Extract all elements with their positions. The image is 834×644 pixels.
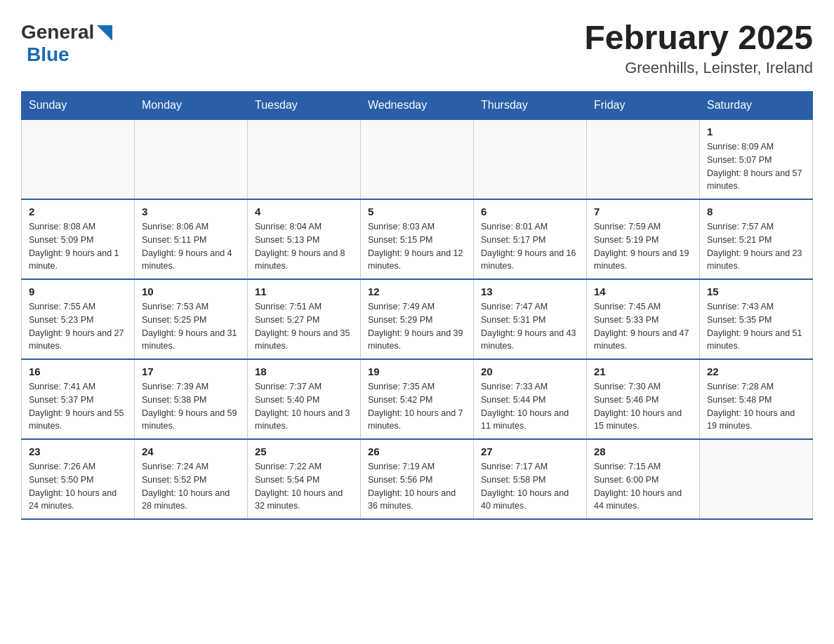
day-info: Sunrise: 7:41 AMSunset: 5:37 PMDaylight:… — [29, 380, 127, 433]
logo-blue-text: Blue — [27, 43, 70, 65]
day-number: 26 — [368, 445, 466, 457]
day-number: 13 — [481, 286, 579, 297]
day-number: 22 — [707, 365, 805, 377]
calendar-header-row: Sunday Monday Tuesday Wednesday Thursday… — [22, 92, 813, 120]
day-info: Sunrise: 7:51 AMSunset: 5:27 PMDaylight:… — [255, 300, 353, 353]
day-number: 2 — [29, 206, 127, 217]
day-number: 23 — [29, 445, 127, 457]
table-row — [22, 119, 135, 199]
table-row: 2 Sunrise: 8:08 AMSunset: 5:09 PMDayligh… — [22, 199, 135, 279]
day-number: 11 — [255, 286, 353, 297]
col-wednesday: Wednesday — [361, 92, 474, 120]
col-friday: Friday — [587, 92, 700, 120]
table-row: 6 Sunrise: 8:01 AMSunset: 5:17 PMDayligh… — [474, 199, 587, 279]
day-info: Sunrise: 7:35 AMSunset: 5:42 PMDaylight:… — [368, 380, 466, 433]
day-info: Sunrise: 7:24 AMSunset: 5:52 PMDaylight:… — [142, 460, 240, 513]
day-info: Sunrise: 7:55 AMSunset: 5:23 PMDaylight:… — [29, 300, 127, 353]
page-header: General Blue February 2025 Greenhills, L… — [21, 21, 813, 77]
table-row: 24 Sunrise: 7:24 AMSunset: 5:52 PMDaylig… — [135, 439, 248, 519]
table-row: 9 Sunrise: 7:55 AMSunset: 5:23 PMDayligh… — [22, 279, 135, 359]
table-row: 10 Sunrise: 7:53 AMSunset: 5:25 PMDaylig… — [135, 279, 248, 359]
day-number: 7 — [594, 206, 692, 217]
day-info: Sunrise: 7:57 AMSunset: 5:21 PMDaylight:… — [707, 220, 805, 273]
col-tuesday: Tuesday — [248, 92, 361, 120]
day-info: Sunrise: 7:17 AMSunset: 5:58 PMDaylight:… — [481, 460, 579, 513]
day-number: 5 — [368, 206, 466, 217]
day-number: 21 — [594, 365, 692, 377]
month-year-title: February 2025 — [584, 21, 813, 55]
logo-triangle-icon — [97, 25, 112, 41]
day-info: Sunrise: 8:09 AMSunset: 5:07 PMDaylight:… — [707, 140, 805, 193]
day-info: Sunrise: 7:30 AMSunset: 5:46 PMDaylight:… — [594, 380, 692, 433]
day-number: 18 — [255, 365, 353, 377]
day-info: Sunrise: 7:28 AMSunset: 5:48 PMDaylight:… — [707, 380, 805, 433]
calendar-week-row: 16 Sunrise: 7:41 AMSunset: 5:37 PMDaylig… — [22, 359, 813, 439]
logo: General Blue — [21, 21, 112, 66]
day-info: Sunrise: 7:33 AMSunset: 5:44 PMDaylight:… — [481, 380, 579, 433]
table-row — [474, 119, 587, 199]
table-row: 18 Sunrise: 7:37 AMSunset: 5:40 PMDaylig… — [248, 359, 361, 439]
day-info: Sunrise: 7:43 AMSunset: 5:35 PMDaylight:… — [707, 300, 805, 353]
table-row — [135, 119, 248, 199]
table-row — [248, 119, 361, 199]
day-number: 27 — [481, 445, 579, 457]
day-info: Sunrise: 7:26 AMSunset: 5:50 PMDaylight:… — [29, 460, 127, 513]
day-number: 12 — [368, 286, 466, 297]
day-number: 8 — [707, 206, 805, 217]
day-info: Sunrise: 7:15 AMSunset: 6:00 PMDaylight:… — [594, 460, 692, 513]
day-info: Sunrise: 7:22 AMSunset: 5:54 PMDaylight:… — [255, 460, 353, 513]
day-info: Sunrise: 7:49 AMSunset: 5:29 PMDaylight:… — [368, 300, 466, 353]
table-row: 27 Sunrise: 7:17 AMSunset: 5:58 PMDaylig… — [474, 439, 587, 519]
table-row: 8 Sunrise: 7:57 AMSunset: 5:21 PMDayligh… — [700, 199, 813, 279]
calendar-week-row: 2 Sunrise: 8:08 AMSunset: 5:09 PMDayligh… — [22, 199, 813, 279]
table-row: 23 Sunrise: 7:26 AMSunset: 5:50 PMDaylig… — [22, 439, 135, 519]
table-row: 3 Sunrise: 8:06 AMSunset: 5:11 PMDayligh… — [135, 199, 248, 279]
svg-marker-0 — [97, 25, 112, 41]
day-info: Sunrise: 7:47 AMSunset: 5:31 PMDaylight:… — [481, 300, 579, 353]
table-row: 21 Sunrise: 7:30 AMSunset: 5:46 PMDaylig… — [587, 359, 700, 439]
day-number: 9 — [29, 286, 127, 297]
table-row — [700, 439, 813, 519]
table-row: 25 Sunrise: 7:22 AMSunset: 5:54 PMDaylig… — [248, 439, 361, 519]
day-info: Sunrise: 8:06 AMSunset: 5:11 PMDaylight:… — [142, 220, 240, 273]
table-row: 11 Sunrise: 7:51 AMSunset: 5:27 PMDaylig… — [248, 279, 361, 359]
day-number: 17 — [142, 365, 240, 377]
col-sunday: Sunday — [22, 92, 135, 120]
day-info: Sunrise: 7:59 AMSunset: 5:19 PMDaylight:… — [594, 220, 692, 273]
day-number: 1 — [707, 126, 805, 137]
day-info: Sunrise: 7:19 AMSunset: 5:56 PMDaylight:… — [368, 460, 466, 513]
table-row: 5 Sunrise: 8:03 AMSunset: 5:15 PMDayligh… — [361, 199, 474, 279]
calendar-table: Sunday Monday Tuesday Wednesday Thursday… — [21, 91, 813, 520]
table-row — [587, 119, 700, 199]
table-row: 16 Sunrise: 7:41 AMSunset: 5:37 PMDaylig… — [22, 359, 135, 439]
day-number: 25 — [255, 445, 353, 457]
col-monday: Monday — [135, 92, 248, 120]
col-thursday: Thursday — [474, 92, 587, 120]
table-row: 1 Sunrise: 8:09 AMSunset: 5:07 PMDayligh… — [700, 119, 813, 199]
calendar-week-row: 9 Sunrise: 7:55 AMSunset: 5:23 PMDayligh… — [22, 279, 813, 359]
title-block: February 2025 Greenhills, Leinster, Irel… — [584, 21, 813, 77]
table-row: 14 Sunrise: 7:45 AMSunset: 5:33 PMDaylig… — [587, 279, 700, 359]
table-row: 7 Sunrise: 7:59 AMSunset: 5:19 PMDayligh… — [587, 199, 700, 279]
table-row: 20 Sunrise: 7:33 AMSunset: 5:44 PMDaylig… — [474, 359, 587, 439]
calendar-week-row: 23 Sunrise: 7:26 AMSunset: 5:50 PMDaylig… — [22, 439, 813, 519]
table-row: 13 Sunrise: 7:47 AMSunset: 5:31 PMDaylig… — [474, 279, 587, 359]
table-row: 26 Sunrise: 7:19 AMSunset: 5:56 PMDaylig… — [361, 439, 474, 519]
table-row: 28 Sunrise: 7:15 AMSunset: 6:00 PMDaylig… — [587, 439, 700, 519]
day-info: Sunrise: 8:01 AMSunset: 5:17 PMDaylight:… — [481, 220, 579, 273]
day-number: 28 — [594, 445, 692, 457]
table-row: 12 Sunrise: 7:49 AMSunset: 5:29 PMDaylig… — [361, 279, 474, 359]
day-info: Sunrise: 7:37 AMSunset: 5:40 PMDaylight:… — [255, 380, 353, 433]
col-saturday: Saturday — [700, 92, 813, 120]
table-row: 22 Sunrise: 7:28 AMSunset: 5:48 PMDaylig… — [700, 359, 813, 439]
day-number: 16 — [29, 365, 127, 377]
location-subtitle: Greenhills, Leinster, Ireland — [584, 59, 813, 77]
table-row — [361, 119, 474, 199]
day-number: 4 — [255, 206, 353, 217]
day-info: Sunrise: 8:08 AMSunset: 5:09 PMDaylight:… — [29, 220, 127, 273]
day-number: 3 — [142, 206, 240, 217]
day-info: Sunrise: 7:45 AMSunset: 5:33 PMDaylight:… — [594, 300, 692, 353]
day-number: 20 — [481, 365, 579, 377]
day-info: Sunrise: 8:04 AMSunset: 5:13 PMDaylight:… — [255, 220, 353, 273]
day-number: 24 — [142, 445, 240, 457]
